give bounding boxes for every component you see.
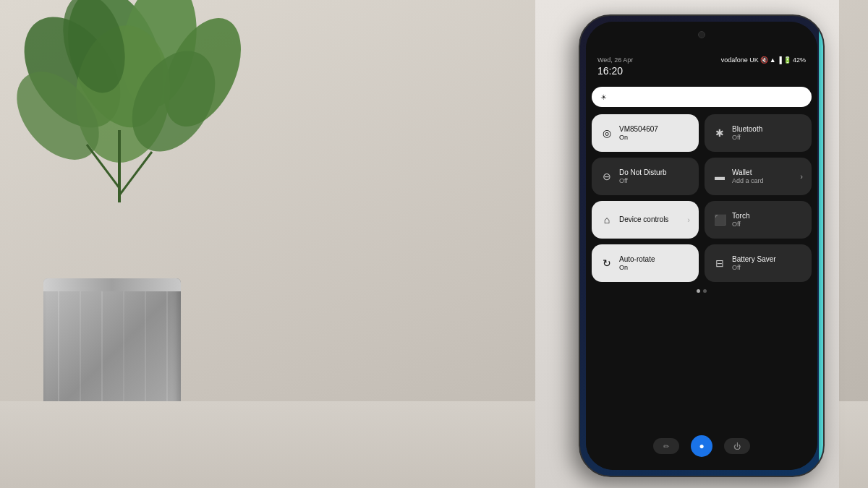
brightness-slider[interactable]: ☀ bbox=[592, 87, 812, 107]
do-not-disturb-icon: ⊖ bbox=[600, 171, 613, 182]
front-camera bbox=[698, 31, 705, 38]
auto-rotate-label: Auto-rotate bbox=[619, 255, 690, 264]
torch-icon: ⬛ bbox=[713, 214, 726, 226]
wallet-icon: ▬ bbox=[713, 171, 726, 182]
device-controls-icon: ⌂ bbox=[600, 214, 613, 226]
device-controls-label: Device controls bbox=[619, 215, 681, 224]
wifi-sublabel: On bbox=[619, 134, 690, 141]
do-not-disturb-text: Do Not DisturbOff bbox=[619, 168, 690, 184]
wallet-arrow: › bbox=[800, 172, 803, 181]
wallet-text: WalletAdd a card bbox=[732, 168, 794, 184]
device-controls-arrow: › bbox=[687, 215, 690, 224]
pagination-dot-2 bbox=[703, 289, 707, 293]
torch-text: TorchOff bbox=[732, 212, 803, 228]
bluetooth-text: BluetoothOff bbox=[732, 125, 803, 141]
wifi-icon: ▲ bbox=[770, 56, 776, 64]
bluetooth-label: Bluetooth bbox=[732, 125, 803, 134]
recents-button[interactable]: ⏻ bbox=[724, 438, 750, 454]
home-button[interactable]: ● bbox=[691, 435, 712, 457]
bluetooth-sublabel: Off bbox=[732, 134, 803, 141]
bluetooth-icon: ✱ bbox=[713, 127, 726, 139]
tile-wallet[interactable]: ▬WalletAdd a card› bbox=[705, 158, 812, 195]
do-not-disturb-label: Do Not Disturb bbox=[619, 168, 690, 177]
home-icon: ● bbox=[699, 441, 704, 451]
battery-saver-icon: ⊟ bbox=[713, 257, 726, 269]
brightness-icon: ☀ bbox=[600, 93, 607, 101]
battery-icon: 🔋 bbox=[783, 56, 791, 64]
battery-percent: 42% bbox=[793, 56, 806, 64]
qs-time: 16:20 bbox=[597, 65, 633, 77]
pagination-dot-1 bbox=[697, 289, 700, 293]
back-icon: ✏ bbox=[663, 442, 669, 450]
qs-header: Wed, 26 Apr 16:20 vodafone UK 🔇 ▲ ▐ 🔋 42… bbox=[592, 53, 812, 82]
qs-datetime: Wed, 26 Apr 16:20 bbox=[597, 56, 633, 77]
tile-torch[interactable]: ⬛TorchOff bbox=[705, 201, 812, 239]
battery-saver-label: Battery Saver bbox=[732, 255, 803, 264]
quick-settings-panel: Wed, 26 Apr 16:20 vodafone UK 🔇 ▲ ▐ 🔋 42… bbox=[586, 48, 817, 470]
tile-bluetooth[interactable]: ✱BluetoothOff bbox=[705, 114, 812, 152]
battery-saver-sublabel: Off bbox=[732, 264, 803, 271]
signal-icon: ▐ bbox=[778, 56, 782, 64]
do-not-disturb-sublabel: Off bbox=[619, 177, 690, 184]
tile-battery-saver[interactable]: ⊟Battery SaverOff bbox=[705, 244, 812, 282]
qs-date: Wed, 26 Apr bbox=[597, 56, 633, 64]
phone-screen: Wed, 26 Apr 16:20 vodafone UK 🔇 ▲ ▐ 🔋 42… bbox=[586, 22, 817, 470]
recents-icon: ⏻ bbox=[733, 442, 741, 450]
bottom-navigation: ✏ ● ⏻ bbox=[586, 429, 817, 463]
auto-rotate-sublabel: On bbox=[619, 264, 690, 271]
back-button[interactable]: ✏ bbox=[653, 438, 679, 454]
qs-status-info: vodafone UK 🔇 ▲ ▐ 🔋 42% bbox=[721, 56, 806, 64]
wifi-text: VM8504607On bbox=[619, 125, 690, 141]
camera-area bbox=[586, 22, 817, 48]
torch-sublabel: Off bbox=[732, 221, 803, 228]
phone-device: Wed, 26 Apr 16:20 vodafone UK 🔇 ▲ ▐ 🔋 42… bbox=[579, 14, 825, 477]
tile-device-controls[interactable]: ⌂Device controls› bbox=[592, 201, 699, 239]
wallet-label: Wallet bbox=[732, 168, 794, 177]
auto-rotate-icon: ↻ bbox=[600, 257, 613, 269]
device-controls-text: Device controls bbox=[619, 215, 681, 224]
auto-rotate-text: Auto-rotateOn bbox=[619, 255, 690, 271]
scene: Wed, 26 Apr 16:20 vodafone UK 🔇 ▲ ▐ 🔋 42… bbox=[0, 0, 868, 488]
wifi-label: VM8504607 bbox=[619, 125, 690, 134]
carrier-name: vodafone UK bbox=[721, 56, 759, 64]
quick-settings-grid: ◎VM8504607On✱BluetoothOff⊖Do Not Disturb… bbox=[592, 111, 812, 285]
tile-do-not-disturb[interactable]: ⊖Do Not DisturbOff bbox=[592, 158, 699, 195]
tile-auto-rotate[interactable]: ↻Auto-rotateOn bbox=[592, 244, 699, 282]
tile-wifi[interactable]: ◎VM8504607On bbox=[592, 114, 699, 152]
phone-teal-edge bbox=[819, 16, 823, 476]
pagination-dots bbox=[592, 289, 812, 293]
wallet-sublabel: Add a card bbox=[732, 177, 794, 184]
torch-label: Torch bbox=[732, 212, 803, 221]
mute-icon: 🔇 bbox=[760, 56, 768, 64]
battery-saver-text: Battery SaverOff bbox=[732, 255, 803, 271]
wifi-icon: ◎ bbox=[600, 127, 613, 139]
